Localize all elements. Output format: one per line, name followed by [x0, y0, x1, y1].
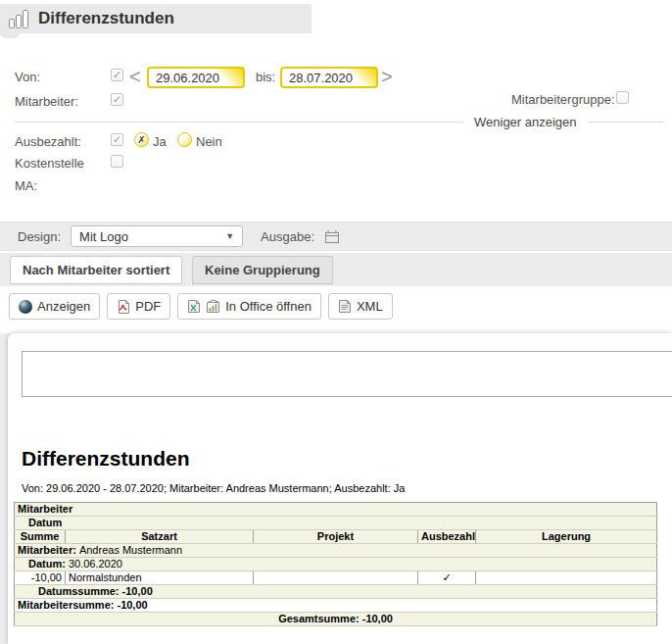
design-bar: Design: Mit Logo ▼ Ausgabe:	[0, 222, 672, 251]
ausbezahlt-label: Ausbezahlt:	[15, 134, 81, 149]
actions-row: Anzeigen PDF	[9, 293, 393, 320]
report-table: Mitarbeiter Datum Summe Satzart Projekt …	[14, 502, 657, 626]
tab-keine-gruppierung[interactable]: Keine Gruppierung	[192, 256, 333, 284]
ausgabe-label: Ausgabe:	[261, 229, 314, 244]
table-data-row: -10,00 Normalstunden ✓	[15, 571, 657, 585]
divider-right	[588, 122, 664, 123]
pdf-button[interactable]: PDF	[107, 293, 170, 320]
kostenstelle-checkbox[interactable]	[111, 155, 123, 168]
design-select[interactable]: Mit Logo ▼	[71, 225, 243, 247]
next-period-arrow[interactable]: >	[381, 66, 393, 87]
nein-radio[interactable]	[177, 132, 192, 147]
mitarbeitergruppe-checkbox[interactable]	[616, 91, 629, 104]
top-section: Differenzstunden Von: ✓ < 29.06.2020 bis…	[0, 0, 672, 333]
weniger-anzeigen-link[interactable]: Weniger anzeigen	[474, 115, 577, 129]
ja-label: Ja	[153, 134, 167, 149]
table-group-header-datum: Datum	[15, 517, 657, 530]
report-panel: Differenzstunden Von: 29.06.2020 - 28.07…	[8, 333, 672, 644]
date-to-input[interactable]: 28.07.2020	[280, 67, 378, 88]
chevron-down-icon: ▼	[225, 231, 234, 241]
globe-icon	[19, 300, 32, 314]
col-satzart: Satzart	[66, 530, 254, 544]
page-title: Differenzstunden	[38, 9, 174, 28]
col-ausbezahlt: Ausbezahlt	[418, 530, 476, 544]
report-subtitle: Von: 29.06.2020 - 28.07.2020; Mitarbeite…	[22, 482, 405, 494]
design-select-value: Mit Logo	[79, 229, 128, 244]
col-summe: Summe	[15, 530, 66, 544]
date-from-input[interactable]: 29.06.2020	[147, 67, 245, 88]
von-checkbox[interactable]: ✓	[111, 69, 123, 81]
design-label: Design:	[18, 229, 61, 244]
app-header: Differenzstunden	[0, 4, 312, 33]
bis-label: bis:	[256, 70, 275, 84]
anzeigen-button[interactable]: Anzeigen	[9, 293, 100, 320]
tabs-bar: Nach Mitarbeiter sortiert Keine Gruppier…	[0, 253, 672, 286]
cell-satzart: Normalstunden	[66, 571, 254, 585]
table-row-mitarbeiter: Mitarbeiter:Andreas Mustermann	[15, 544, 657, 558]
table-column-headers: Summe Satzart Projekt Ausbezahlt Lagerun…	[15, 530, 657, 544]
ausbezahlt-checkbox[interactable]: ✓	[111, 133, 123, 146]
mitarbeiter-checkbox[interactable]: ✓	[111, 93, 123, 106]
tab-nach-mitarbeiter-sortiert[interactable]: Nach Mitarbeiter sortiert	[10, 256, 182, 284]
divider-left	[15, 122, 463, 123]
nein-label: Nein	[196, 134, 222, 149]
table-row-datumssumme: Datumssumme: -10,00	[15, 585, 657, 599]
von-label: Von:	[15, 70, 40, 84]
cell-summe: -10,00	[15, 571, 66, 585]
office-button[interactable]: In Office öffnen	[177, 293, 321, 320]
prev-period-arrow[interactable]: <	[129, 66, 141, 87]
table-row-mitarbeitersumme: Mitarbeitersumme: -10,00	[15, 599, 657, 613]
table-row-gesamtsumme: Gesamtsumme: -10,00	[15, 613, 657, 626]
col-lagerung: Lagerung	[476, 530, 657, 544]
excel-file-icon	[187, 299, 201, 314]
ma-label: MA:	[15, 178, 37, 193]
ja-radio[interactable]: ✗	[134, 132, 149, 147]
cell-ausbezahlt-checkmark: ✓	[418, 571, 476, 585]
kostenstelle-label: Kostenstelle	[15, 156, 84, 171]
mitarbeitergruppe-label: Mitarbeitergruppe:	[511, 92, 615, 107]
header-stub	[0, 33, 20, 38]
output-window-icon[interactable]	[324, 229, 340, 244]
cell-lagerung	[476, 571, 657, 585]
report-title: Differenzstunden	[22, 447, 190, 471]
table-group-header-mitarbeiter: Mitarbeiter	[15, 503, 657, 517]
col-projekt: Projekt	[254, 530, 418, 544]
cell-projekt	[254, 571, 418, 585]
xml-file-icon	[338, 299, 352, 314]
mitarbeiter-label: Mitarbeiter:	[15, 94, 78, 109]
report-parameter-box[interactable]	[22, 351, 672, 397]
bar-chart-icon	[8, 9, 30, 29]
xml-button[interactable]: XML	[328, 293, 393, 320]
table-row-datum: Datum:30.06.2020	[15, 558, 657, 571]
pdf-file-icon	[117, 299, 130, 315]
chart-file-icon	[206, 299, 220, 314]
